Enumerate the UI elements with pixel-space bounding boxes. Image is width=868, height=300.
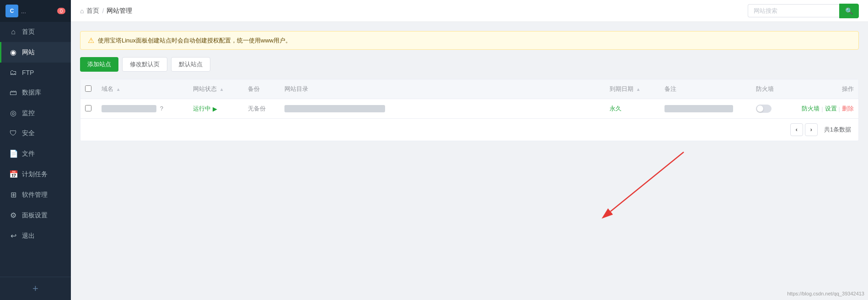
shield-icon: 🛡 — [9, 129, 17, 137]
search-button[interactable]: 🔍 — [839, 4, 859, 18]
sidebar-item-monitor[interactable]: ◎ 监控 — [0, 103, 71, 123]
action-delete[interactable]: 删除 — [842, 105, 854, 113]
backup-text: 无备份 — [248, 105, 266, 112]
search-input[interactable] — [748, 4, 839, 17]
sidebar-item-logout[interactable]: ↩ 退出 — [0, 226, 71, 246]
sidebar-label-panel-settings: 面板设置 — [22, 211, 48, 220]
search-bar: 🔍 — [748, 4, 859, 18]
breadcrumb-home[interactable]: 首页 — [86, 7, 99, 15]
cell-firewall — [751, 99, 797, 119]
sidebar-label-home: 首页 — [22, 28, 35, 36]
sidebar-item-panel-settings[interactable]: ⚙ 面板设置 — [0, 205, 71, 226]
crontab-icon: 📅 — [9, 170, 17, 179]
sites-table-element: 域名 ▲ 网站状态 ▲ 备份 网站目录 到期日期 ▲ 备注 防火墙 — [80, 79, 858, 118]
action-sep-2: | — [839, 105, 840, 112]
watermark: https://blog.csdn.net/qq_39342413 — [787, 291, 864, 296]
sidebar-label-logout: 退出 — [22, 232, 35, 240]
warning-icon: ⚠ — [88, 36, 94, 45]
modify-default-button[interactable]: 修改默认页 — [122, 57, 167, 72]
action-sep-1: | — [821, 105, 823, 112]
status-arrow: ▶ — [213, 105, 217, 112]
action-firewall[interactable]: 防火墙 — [802, 105, 820, 113]
sidebar-header: C ... 0 — [0, 0, 71, 22]
cell-domain: ? — [97, 99, 188, 119]
sidebar-label-website: 网站 — [22, 48, 35, 57]
breadcrumb-current: 网站管理 — [107, 7, 132, 15]
notification-badge: 0 — [57, 8, 65, 14]
alert-text: 使用宝塔Linux面板创建站点时会自动创建授权配置，统一使用www用户。 — [98, 37, 291, 45]
sidebar-item-ftp[interactable]: 🗂 FTP — [0, 63, 71, 83]
software-icon: ⊞ — [9, 190, 17, 199]
sidebar-label-security: 安全 — [22, 129, 35, 137]
col-status: 网站状态 ▲ — [188, 79, 243, 99]
select-all-checkbox[interactable] — [85, 85, 91, 92]
table-row: ? 运行中 ▶ 无备份 — [80, 99, 858, 119]
next-page-button[interactable]: › — [805, 123, 818, 136]
status-running: 运行中 ▶ — [193, 105, 239, 113]
sidebar-logo: C ... — [5, 5, 26, 17]
sidebar-item-files[interactable]: 📄 文件 — [0, 143, 71, 164]
home-icon: ⌂ — [9, 28, 17, 36]
col-backup: 备份 — [243, 79, 280, 99]
sidebar-item-home[interactable]: ⌂ 首页 — [0, 22, 71, 42]
files-icon: 📄 — [9, 149, 17, 158]
logo-text: ... — [21, 8, 26, 15]
row-checkbox[interactable] — [85, 105, 91, 111]
toolbar: 添加站点 修改默认页 默认站点 — [80, 57, 859, 72]
firewall-toggle[interactable] — [756, 105, 772, 113]
sort-icon-domain: ▲ — [116, 87, 121, 92]
settings-icon: ⚙ — [9, 211, 17, 220]
expire-text: 永久 — [610, 105, 622, 112]
sidebar-label-software: 软件管理 — [22, 191, 48, 199]
sort-icon-expire: ▲ — [636, 87, 641, 92]
database-icon: 🗃 — [9, 89, 17, 97]
sidebar-item-software[interactable]: ⊞ 软件管理 — [0, 184, 71, 205]
cell-expire: 永久 — [605, 99, 660, 119]
sort-icon-status: ▲ — [220, 87, 224, 92]
prev-page-button[interactable]: ‹ — [790, 123, 803, 136]
monitor-icon: ◎ — [9, 109, 17, 117]
sidebar-label-monitor: 监控 — [22, 109, 35, 117]
plus-icon: + — [32, 283, 38, 295]
col-firewall: 防火墙 — [751, 79, 797, 99]
total-count: 共1条数据 — [824, 126, 851, 134]
breadcrumb-sep: / — [102, 7, 104, 15]
search-icon: 🔍 — [845, 7, 853, 15]
logo-icon: C — [5, 5, 18, 17]
cell-actions: 防火墙 | 设置 | 删除 — [797, 99, 858, 119]
svg-line-1 — [611, 152, 684, 211]
table-header: 域名 ▲ 网站状态 ▲ 备份 网站目录 到期日期 ▲ 备注 防火墙 — [80, 79, 858, 99]
cell-dir — [280, 99, 605, 119]
sidebar: C ... 0 ⌂ 首页 ◉ 网站 🗂 FTP 🗃 数据库 ◎ 监控 — [0, 0, 71, 300]
col-action: 操作 — [797, 79, 858, 99]
cell-remark — [660, 99, 751, 119]
table-body: ? 运行中 ▶ 无备份 — [80, 99, 858, 119]
add-button[interactable]: + — [0, 277, 71, 300]
sites-table: 域名 ▲ 网站状态 ▲ 备份 网站目录 到期日期 ▲ 备注 防火墙 — [80, 79, 859, 141]
col-expire: 到期日期 ▲ — [605, 79, 660, 99]
ftp-icon: 🗂 — [9, 68, 17, 77]
col-remark: 备注 — [660, 79, 751, 99]
table-section: 域名 ▲ 网站状态 ▲ 备份 网站目录 到期日期 ▲ 备注 防火墙 — [80, 79, 859, 141]
home-icon: ⌂ — [80, 7, 84, 15]
website-icon: ◉ — [9, 48, 17, 57]
cell-status: 运行中 ▶ — [188, 99, 243, 119]
add-site-button[interactable]: 添加站点 — [80, 57, 118, 72]
status-text: 运行中 — [193, 105, 211, 113]
sidebar-item-security[interactable]: 🛡 安全 — [0, 123, 71, 143]
sidebar-item-crontab[interactable]: 📅 计划任务 — [0, 164, 71, 184]
logout-icon: ↩ — [9, 232, 17, 240]
sidebar-label-database: 数据库 — [22, 89, 41, 97]
page-content: ⚠ 使用宝塔Linux面板创建站点时会自动创建授权配置，统一使用www用户。 添… — [71, 22, 868, 300]
sidebar-label-files: 文件 — [22, 150, 35, 158]
alert-banner: ⚠ 使用宝塔Linux面板创建站点时会自动创建授权配置，统一使用www用户。 — [80, 31, 859, 50]
sidebar-label-crontab: 计划任务 — [22, 170, 48, 179]
action-settings[interactable]: 设置 — [825, 105, 837, 113]
sidebar-label-ftp: FTP — [22, 69, 34, 76]
action-links: 防火墙 | 设置 | 删除 — [802, 105, 854, 113]
col-dir: 网站目录 — [280, 79, 605, 99]
sidebar-item-website[interactable]: ◉ 网站 — [0, 42, 71, 63]
sidebar-nav: ⌂ 首页 ◉ 网站 🗂 FTP 🗃 数据库 ◎ 监控 🛡 安全 📄 — [0, 22, 71, 277]
sidebar-item-database[interactable]: 🗃 数据库 — [0, 83, 71, 103]
default-site-button[interactable]: 默认站点 — [171, 57, 210, 72]
